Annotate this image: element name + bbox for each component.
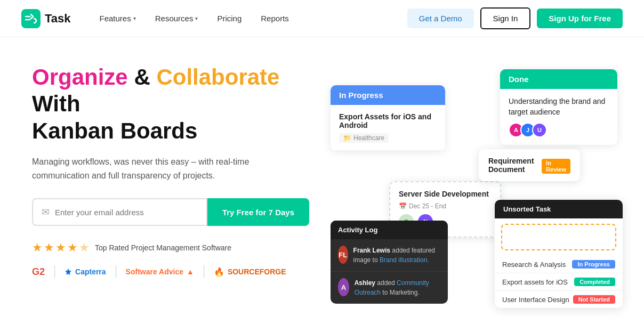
partner-badges: G2 Capterra Software Advice ▲ 🔥 SOURCEFO…	[32, 265, 309, 278]
capterra-badge: Capterra	[65, 267, 106, 276]
star-3: ★	[55, 241, 66, 255]
done-card-1: Understanding the brand and target audie…	[500, 89, 617, 145]
kanban-illustration: In Progress Export Assets for iOS and An…	[331, 64, 623, 309]
activity-item-2: A Ashley added Community Outreach to Mar…	[331, 272, 448, 304]
unsorted-label-1: Research & Analysis	[502, 261, 566, 269]
hero-left: In Progress Organize & Collaborate With …	[32, 64, 309, 278]
main-content: In Progress Organize & Collaborate With …	[0, 37, 644, 317]
star-1: ★	[32, 241, 43, 255]
done-column: Done Understanding the brand and target …	[500, 69, 617, 145]
sourceforge-badge: 🔥 SOURCEFORGE	[214, 267, 286, 277]
nav-features[interactable]: Features ▾	[92, 10, 143, 27]
unsorted-label-2: Export assets for iOS	[502, 278, 568, 286]
nav-links: Features ▾ Resources ▾ Pricing Reports	[92, 10, 407, 27]
nav-pricing[interactable]: Pricing	[210, 10, 249, 27]
in-review-badge: In Review	[542, 159, 570, 174]
email-input[interactable]	[55, 208, 198, 217]
activity-text-1: Frank Lewis added featured image to Bran…	[353, 246, 440, 265]
divider	[54, 265, 55, 278]
email-icon: ✉	[42, 206, 50, 218]
try-free-button[interactable]: Try Free for 7 Days	[207, 198, 309, 226]
done-card-title: Understanding the brand and target audie…	[509, 96, 609, 117]
g2-icon: G2	[32, 266, 45, 278]
sourceforge-icon: 🔥	[214, 267, 224, 277]
chevron-down-icon: ▾	[195, 15, 198, 21]
kanban-wrap: In Progress Export Assets for iOS and An…	[331, 64, 623, 309]
capterra-icon	[65, 268, 72, 275]
star-2: ★	[44, 241, 54, 255]
not-started-tag: Not Started	[573, 295, 615, 304]
requirement-doc-card: Requirement Document In Review	[479, 149, 580, 181]
star-4: ★	[67, 241, 78, 255]
unsorted-row-2: Export assets for iOS Completed	[495, 273, 623, 291]
divider2	[116, 265, 116, 278]
ashley-avatar: A	[338, 278, 349, 296]
rating-row: ★ ★ ★ ★ ★ Top Rated Project Management S…	[32, 241, 309, 255]
unsorted-header: Unsorted Task	[495, 200, 623, 218]
star-rating: ★ ★ ★ ★ ★	[32, 241, 90, 255]
unsorted-row-3: User Interface Design Not Started	[495, 291, 623, 308]
unsorted-dashed-area	[501, 224, 616, 250]
card-title: Export Assets for iOS and Android	[339, 112, 437, 129]
inprogress-tag: In Progress	[572, 260, 615, 269]
activity-log-header: Activity Log	[331, 221, 448, 239]
g2-badge: G2	[32, 266, 45, 278]
chevron-down-icon: ▾	[133, 15, 136, 21]
headline: In Progress Organize & Collaborate With …	[32, 64, 309, 144]
activity-log: Activity Log FL Frank Lewis added featur…	[331, 221, 448, 304]
folder-icon: 📁	[343, 134, 351, 142]
software-advice-icon: ▲	[187, 267, 194, 276]
avatar-3: U	[532, 123, 547, 137]
nav-resources[interactable]: Resources ▾	[148, 10, 206, 27]
hero-subtext: Managing workflows, was never this easy …	[32, 155, 283, 182]
get-demo-button[interactable]: Get a Demo	[407, 9, 474, 28]
activity-item-1: FL Frank Lewis added featured image to B…	[331, 239, 448, 272]
unsorted-label-3: User Interface Design	[502, 296, 569, 304]
logo-icon	[21, 9, 41, 28]
logo-text: Task	[45, 12, 71, 26]
divider3	[204, 265, 204, 278]
server-card-title: Server Side Development	[399, 190, 492, 198]
activity-text-2: Ashley added Community Outreach to Marke…	[355, 278, 440, 297]
email-input-wrap[interactable]: ✉	[32, 198, 207, 226]
star-5: ★	[79, 241, 90, 255]
software-advice-badge: Software Advice ▲	[126, 267, 194, 276]
email-cta-row: ✉ Try Free for 7 Days	[32, 198, 309, 226]
completed-tag: Completed	[574, 278, 615, 286]
unsorted-row-1: Research & Analysis In Progress	[495, 256, 623, 273]
sign-in-button[interactable]: Sign In	[480, 7, 531, 29]
navbar: Task Features ▾ Resources ▾ Pricing Repo…	[0, 0, 644, 37]
frank-avatar: FL	[338, 246, 348, 264]
unsorted-task-panel: Unsorted Task Research & Analysis In Pro…	[495, 200, 623, 308]
inprogress-column: In Progress Export Assets for iOS and An…	[331, 85, 445, 151]
done-header: Done	[500, 69, 617, 89]
card-tag: 📁 Healthcare	[339, 133, 389, 143]
calendar-icon: 📅	[399, 202, 407, 210]
nav-reports[interactable]: Reports	[253, 10, 296, 27]
sign-up-button[interactable]: Sign Up for Free	[537, 9, 623, 28]
logo[interactable]: Task	[21, 9, 71, 28]
req-doc-title: Requirement Document	[488, 157, 537, 174]
avatar-group: A J U	[509, 123, 609, 137]
svg-marker-1	[65, 269, 71, 275]
server-card-date: 📅 Dec 25 - End	[399, 202, 492, 210]
inprogress-card-1: Export Assets for iOS and Android 📁 Heal…	[331, 105, 445, 151]
rating-text: Top Rated Project Management Software	[95, 243, 231, 252]
nav-actions: Get a Demo Sign In Sign Up for Free	[407, 7, 623, 29]
inprogress-header: In Progress	[331, 85, 445, 105]
